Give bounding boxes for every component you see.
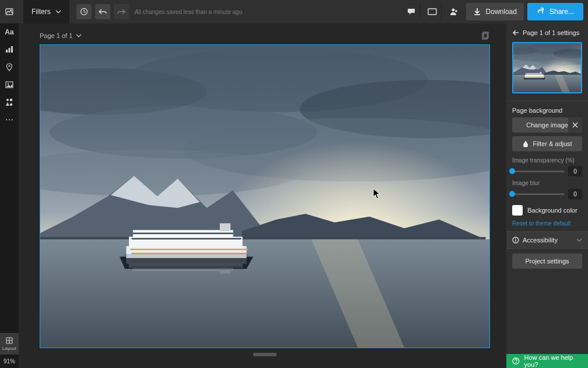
page-background-label: Page background bbox=[506, 100, 588, 117]
info-icon bbox=[512, 237, 519, 244]
brand-icon[interactable] bbox=[0, 0, 19, 23]
redo-button[interactable] bbox=[114, 4, 129, 19]
topbar: Filters All changes saved less than a mi… bbox=[19, 0, 588, 23]
svg-point-36 bbox=[516, 362, 517, 363]
history-button[interactable] bbox=[76, 4, 92, 19]
svg-rect-19 bbox=[9, 48, 10, 53]
transparency-slider[interactable] bbox=[512, 171, 565, 172]
map-tool[interactable] bbox=[0, 58, 19, 76]
download-button[interactable]: Download bbox=[466, 3, 524, 20]
page-thumbnail[interactable] bbox=[512, 42, 582, 93]
svg-rect-26 bbox=[9, 103, 13, 106]
panel-title: Page 1 of 1 settings bbox=[523, 29, 579, 36]
filters-dropdown[interactable]: Filters bbox=[23, 0, 69, 23]
svg-rect-20 bbox=[11, 46, 13, 53]
svg-point-21 bbox=[9, 65, 10, 67]
settings-panel: Page 1 of 1 settings Page background Cha… bbox=[506, 23, 588, 368]
invite-button[interactable] bbox=[445, 3, 463, 20]
canvas[interactable] bbox=[40, 44, 490, 348]
share-button[interactable]: Share... bbox=[527, 3, 583, 20]
page-tab[interactable]: Page 1 of 1 bbox=[40, 32, 72, 39]
chevron-down-icon bbox=[576, 238, 582, 242]
chart-tool[interactable] bbox=[0, 41, 19, 58]
project-settings-button[interactable]: Project settings bbox=[512, 254, 582, 269]
comments-button[interactable] bbox=[403, 3, 421, 20]
present-button[interactable] bbox=[424, 3, 442, 20]
resize-handle[interactable] bbox=[253, 353, 276, 356]
transparency-value[interactable]: 0 bbox=[568, 166, 582, 176]
text-tool[interactable]: Aa bbox=[0, 23, 19, 41]
blur-value[interactable]: 0 bbox=[568, 189, 582, 199]
svg-point-29 bbox=[452, 9, 454, 12]
icon-tool[interactable] bbox=[0, 93, 19, 111]
svg-point-24 bbox=[6, 99, 9, 101]
accessibility-toggle[interactable]: Accessibility bbox=[506, 231, 588, 249]
blur-slider[interactable] bbox=[512, 193, 565, 195]
remove-image-button[interactable] bbox=[568, 117, 582, 133]
layout-button[interactable]: Layout bbox=[0, 333, 19, 355]
change-image-button[interactable]: Change image bbox=[512, 117, 582, 133]
svg-rect-18 bbox=[6, 50, 8, 53]
autosave-status: All changes saved less than a minute ago bbox=[135, 9, 243, 15]
zoom-level[interactable]: 91% bbox=[4, 355, 15, 368]
background-image bbox=[40, 45, 489, 348]
svg-rect-28 bbox=[428, 9, 436, 15]
filter-adjust-button[interactable]: Filter & adjust bbox=[512, 136, 582, 151]
more-tools[interactable]: ⋯ bbox=[0, 111, 19, 129]
background-color-label: Background color bbox=[527, 207, 578, 214]
svg-rect-25 bbox=[10, 99, 12, 101]
share-icon bbox=[537, 8, 545, 16]
chevron-down-icon[interactable] bbox=[76, 34, 82, 37]
chevron-down-icon bbox=[55, 10, 61, 13]
undo-button[interactable] bbox=[95, 4, 110, 19]
image-tool[interactable] bbox=[0, 76, 19, 93]
help-icon bbox=[512, 357, 520, 365]
svg-rect-33 bbox=[515, 239, 516, 242]
download-icon bbox=[473, 8, 481, 16]
help-bar[interactable]: How can we help you? bbox=[506, 354, 588, 368]
transparency-label: Image transparency (%) bbox=[512, 157, 582, 164]
reset-theme-link[interactable]: Reset to theme default bbox=[506, 220, 588, 231]
back-icon[interactable] bbox=[512, 30, 519, 36]
blur-label: Image blur bbox=[512, 180, 582, 186]
background-color-swatch[interactable] bbox=[512, 205, 523, 216]
svg-point-34 bbox=[515, 238, 516, 239]
svg-point-23 bbox=[8, 83, 9, 84]
droplet-icon bbox=[522, 140, 529, 147]
duplicate-page-icon[interactable] bbox=[482, 32, 490, 40]
